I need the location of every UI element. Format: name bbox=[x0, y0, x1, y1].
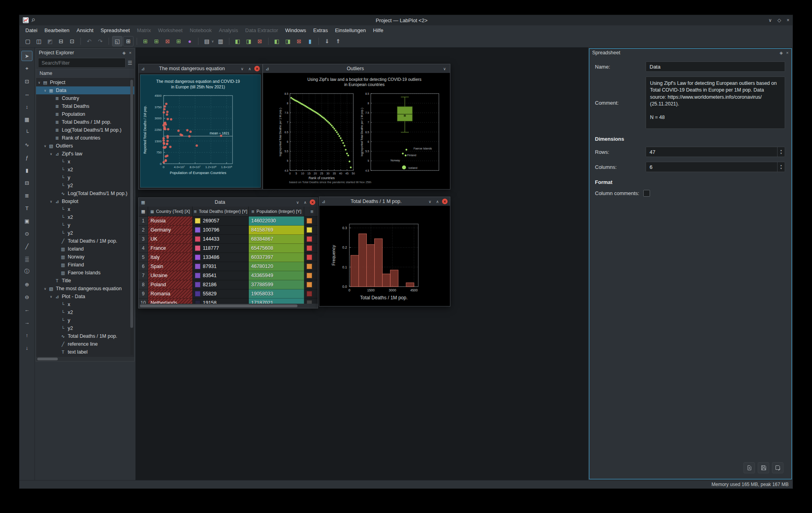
columns-decrement-arrow[interactable]: ▾ bbox=[780, 167, 782, 170]
add-curve-tool-button[interactable]: ∿ bbox=[21, 140, 32, 150]
tree-item-x[interactable]: └x bbox=[36, 158, 134, 166]
window-titlebar[interactable]: ▦ Data ∨ ∧ × bbox=[139, 198, 318, 207]
menu-windows[interactable]: Windows bbox=[282, 27, 310, 34]
tree-item-total-deaths-1m-pop[interactable]: ≣Total Deaths / 1M pop. bbox=[36, 118, 134, 126]
table-row[interactable]: 4France11877765475608 bbox=[139, 244, 318, 253]
columns-spinbox[interactable]: 6 ▴ ▾ bbox=[646, 162, 785, 172]
window-outliers[interactable]: ⊿ Outliers ∨ Using Zipf's law and a boxp… bbox=[263, 64, 450, 190]
save-as-button[interactable] bbox=[772, 462, 783, 473]
dangerous-equation-plot[interactable]: 07501500225030003750450004.0×10⁷8.0×10⁷1… bbox=[140, 75, 261, 188]
search-input[interactable]: Search/Filter bbox=[38, 58, 126, 68]
window-dangerous-equation[interactable]: ⊿ The most dangerous equation ∨ ∧ × 0750… bbox=[138, 64, 263, 190]
tree-item-x[interactable]: └x bbox=[36, 301, 134, 308]
tree-item-population[interactable]: ≣Population bbox=[36, 110, 134, 118]
tree-item-total-deaths[interactable]: ≣Total Deaths bbox=[36, 102, 134, 110]
window-menu-icon[interactable]: ∨ bbox=[239, 66, 245, 72]
window-data-spreadsheet[interactable]: ▦ Data ∨ ∧ × ▦▦Country {Text} [X]≣Total … bbox=[138, 197, 318, 308]
shift-up-tool-button[interactable]: ↑ bbox=[21, 330, 32, 340]
tree-item-iceland[interactable]: ▥Iceland bbox=[36, 245, 134, 253]
tree-item-y2[interactable]: └y2 bbox=[36, 229, 134, 237]
extra-column-cell[interactable] bbox=[304, 244, 318, 253]
tree-item-total-deaths-1m-pop[interactable]: ╱Total Deaths / 1M pop. bbox=[36, 237, 134, 245]
table-corner-cell[interactable]: ▦ bbox=[139, 207, 148, 216]
tree-item-x2[interactable]: └x2 bbox=[36, 213, 134, 221]
print-button[interactable]: ⊟ bbox=[56, 36, 66, 46]
shift-down-tool-button[interactable]: ↓ bbox=[21, 343, 32, 353]
window-rollup-icon[interactable]: ∧ bbox=[435, 199, 440, 205]
add-legend-tool-button[interactable]: ≣ bbox=[21, 190, 32, 201]
tree-item-boxplot[interactable]: ∨⊿Boxplot bbox=[36, 197, 134, 205]
undo-button[interactable]: ↶ bbox=[84, 36, 94, 46]
select-tool-button[interactable]: ➤ bbox=[21, 51, 32, 61]
window-rollup-icon[interactable]: ∧ bbox=[302, 199, 308, 205]
tree-item-outliers[interactable]: ∨▧Outliers bbox=[36, 142, 134, 150]
titlebar[interactable]: ⚲ Project — LabPlot <2> ∨ ◇ × bbox=[19, 15, 793, 25]
country-cell[interactable]: Romania bbox=[148, 289, 193, 299]
extra-column-cell[interactable] bbox=[304, 289, 318, 299]
add-info-element-tool-button[interactable]: ⓘ bbox=[21, 266, 32, 277]
zoom-select-tool-button[interactable]: ⊡ bbox=[21, 76, 32, 86]
sort-descending-button[interactable]: ⇑ bbox=[333, 36, 343, 46]
windowed-view-toggle-button[interactable]: ◱ bbox=[112, 36, 122, 46]
total-deaths-cell[interactable]: 144433 bbox=[193, 235, 249, 244]
row-number-cell[interactable]: 5 bbox=[139, 253, 148, 262]
country-cell[interactable]: Spain bbox=[148, 262, 193, 271]
open-file-button[interactable]: ◫ bbox=[34, 36, 44, 46]
tree-item-reference-line[interactable]: ╱reference line bbox=[36, 340, 134, 348]
extra-column-cell[interactable] bbox=[304, 271, 318, 280]
country-cell[interactable]: Poland bbox=[148, 280, 193, 289]
scrollbar-thumb[interactable] bbox=[140, 304, 297, 307]
row-number-cell[interactable]: 2 bbox=[139, 226, 148, 235]
tree-horizontal-scrollbar[interactable] bbox=[36, 357, 134, 361]
expander-arrow[interactable]: ∨ bbox=[44, 287, 48, 291]
table-row[interactable]: 8Poland8218637788599 bbox=[139, 280, 318, 289]
expander-arrow[interactable]: ∨ bbox=[44, 144, 48, 148]
shift-left-tool-button[interactable]: ← bbox=[21, 304, 32, 315]
add-reference-range-tool-button[interactable]: ▒ bbox=[21, 254, 32, 264]
expander-arrow[interactable]: ∨ bbox=[50, 152, 54, 156]
menu-hilfe[interactable]: Hilfe bbox=[370, 27, 387, 34]
crosshair-tool-button[interactable]: ⌖ bbox=[21, 63, 32, 74]
close-dock-icon[interactable]: × bbox=[786, 50, 789, 55]
row-number-cell[interactable]: 4 bbox=[139, 244, 148, 253]
population-cell[interactable]: 68384867 bbox=[249, 235, 304, 244]
add-column-right-button[interactable]: ◨ bbox=[244, 36, 254, 46]
name-input[interactable]: Data bbox=[646, 61, 785, 72]
add-histogram-tool-button[interactable]: ▮ bbox=[21, 165, 32, 175]
tree-vertical-scrollbar[interactable] bbox=[130, 79, 133, 355]
extra-column-cell[interactable] bbox=[304, 253, 318, 262]
delete-rows-button[interactable]: ⊠ bbox=[294, 36, 304, 46]
outliers-plot[interactable]: Using Zipf's law and a boxplot for detec… bbox=[263, 73, 450, 189]
window-titlebar[interactable]: ⊿ The most dangerous equation ∨ ∧ × bbox=[139, 64, 262, 73]
window-close-icon[interactable]: × bbox=[310, 199, 315, 205]
tree-item-rank-of-countries[interactable]: ≣Rank of countries bbox=[36, 134, 134, 142]
row-number-cell[interactable]: 8 bbox=[139, 280, 148, 289]
table-row[interactable]: 7Ukraine8354143365949 bbox=[139, 271, 318, 280]
tree-item-y[interactable]: └y bbox=[36, 174, 134, 182]
row-number-cell[interactable]: 3 bbox=[139, 235, 148, 244]
remove-rows-button[interactable]: ⊠ bbox=[162, 36, 173, 46]
export-data-button[interactable]: ▥ bbox=[215, 36, 226, 46]
country-cell[interactable]: Germany bbox=[148, 226, 193, 235]
country-cell[interactable]: Ukraine bbox=[148, 271, 193, 280]
scrollbar-thumb[interactable] bbox=[130, 80, 133, 328]
tree-item-y2[interactable]: └y2 bbox=[36, 324, 134, 332]
expander-arrow[interactable]: ∨ bbox=[50, 200, 54, 203]
add-axis-tool-button[interactable]: └ bbox=[21, 127, 32, 137]
country-cell[interactable]: Russia bbox=[148, 216, 193, 226]
zoom-in-tool-button[interactable]: ⊕ bbox=[21, 279, 32, 289]
save-file-button[interactable]: ◩ bbox=[45, 36, 55, 46]
total-deaths-cell[interactable]: 83541 bbox=[193, 271, 249, 280]
insert-column-left-button[interactable]: ⊞ bbox=[173, 36, 184, 46]
add-text-label-tool-button[interactable]: T bbox=[21, 203, 32, 213]
columns-increment-arrow[interactable]: ▴ bbox=[780, 164, 782, 167]
country-cell[interactable]: Italy bbox=[148, 253, 193, 262]
zoom-x-tool-button[interactable]: ↔ bbox=[21, 89, 32, 99]
total-deaths-cell[interactable]: 82186 bbox=[193, 280, 249, 289]
total-deaths-cell[interactable]: 133486 bbox=[193, 253, 249, 262]
zoom-out-tool-button[interactable]: ⊖ bbox=[21, 292, 32, 302]
histogram-plot[interactable]: 0.00.10.20.30150030004500Total Deaths / … bbox=[319, 206, 450, 306]
rows-decrement-arrow[interactable]: ▾ bbox=[780, 152, 782, 155]
menu-extras[interactable]: Extras bbox=[310, 27, 332, 34]
add-reference-line-tool-button[interactable]: ╱ bbox=[21, 241, 32, 251]
